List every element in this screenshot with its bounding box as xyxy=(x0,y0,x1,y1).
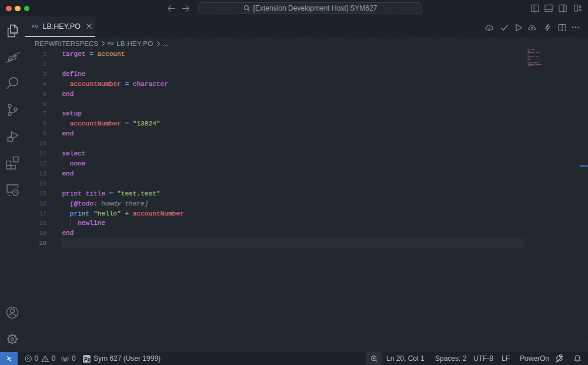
svg-text:Pp: Pp xyxy=(84,356,91,361)
